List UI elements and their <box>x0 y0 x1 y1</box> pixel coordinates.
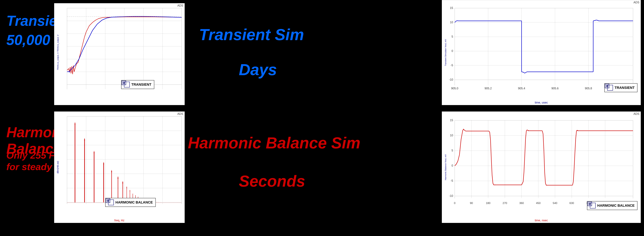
transient-icon-tl <box>124 82 130 88</box>
svg-line-75 <box>106 199 107 200</box>
svg-line-112 <box>608 87 609 88</box>
svg-text:15: 15 <box>450 119 453 122</box>
hb-button-label-rb: HARMONIC BALANCE <box>597 204 634 208</box>
svg-line-159 <box>590 205 591 206</box>
transient-sim-label: Transient Sim <box>199 26 304 44</box>
svg-text:905.4: 905.4 <box>518 87 525 90</box>
hb-sim-label: Harmonic Balance Sim <box>188 134 360 152</box>
svg-text:905.2: 905.2 <box>484 87 492 90</box>
svg-text:0: 0 <box>452 164 453 167</box>
hb-icon-bl <box>108 200 114 205</box>
svg-text:5: 5 <box>452 35 453 38</box>
svg-marker-48 <box>118 176 118 178</box>
svg-text:905.0: 905.0 <box>451 87 458 90</box>
hb-button-bl[interactable]: HARMONIC BALANCE <box>105 198 156 207</box>
svg-line-77 <box>106 202 107 202</box>
chart-hb-inner: ADS dBm(HB.sw) <box>54 112 184 223</box>
transient-svg <box>54 3 184 105</box>
hb-button-label-bl: HARMONIC BALANCE <box>116 200 153 204</box>
svg-text:270: 270 <box>502 202 507 205</box>
svg-text:0: 0 <box>454 202 455 205</box>
svg-text:450: 450 <box>536 202 540 205</box>
svg-line-76 <box>109 199 110 200</box>
svg-text:360: 360 <box>519 202 524 205</box>
svg-marker-46 <box>111 170 112 172</box>
chart-right-top-inner: ADS Transient Simulator Vout, mV 15 10 5… <box>442 0 641 105</box>
transient-button-label-rt: TRANSIENT <box>614 86 634 90</box>
svg-line-156 <box>588 202 589 203</box>
svg-text:90: 90 <box>470 202 473 205</box>
hb-button-rb[interactable]: HARMONIC BALANCE <box>587 201 638 210</box>
x-axis-label-rb: time, nsec <box>535 219 548 222</box>
chart-right-top: ADS Transient Simulator Vout, mV 15 10 5… <box>442 0 641 105</box>
transient-icon-rt <box>607 85 613 90</box>
transient-button-rt[interactable]: TRANSIENT <box>604 83 638 92</box>
svg-text:10: 10 <box>450 134 453 137</box>
svg-marker-42 <box>94 151 94 153</box>
transient-button-tl[interactable]: TRANSIENT <box>121 80 154 89</box>
days-label: Days <box>239 60 277 79</box>
svg-line-21 <box>122 84 123 84</box>
svg-text:15: 15 <box>450 6 453 10</box>
svg-text:540: 540 <box>553 202 557 205</box>
svg-text:905.6: 905.6 <box>551 87 558 90</box>
svg-text:630: 630 <box>570 202 574 205</box>
svg-line-22 <box>125 84 126 84</box>
svg-marker-50 <box>122 181 123 183</box>
chart-right-bottom: ADS Harmonic Balance Vout, mV 15 10 5 0 … <box>442 112 641 223</box>
chart-transient: ADS TRAN.cs_output, V TRAN.ls_output, V <box>54 3 185 105</box>
svg-text:-10: -10 <box>449 194 453 198</box>
svg-line-19 <box>122 81 123 82</box>
svg-line-111 <box>606 87 606 88</box>
hb-icon-rb <box>590 203 596 208</box>
chart-hb: ADS dBm(HB.sw) <box>54 112 185 223</box>
svg-marker-52 <box>126 186 127 188</box>
svg-marker-44 <box>103 162 104 164</box>
x-axis-label-rt: time, usec <box>535 101 548 104</box>
svg-text:-5: -5 <box>450 64 453 67</box>
svg-line-157 <box>590 202 591 203</box>
svg-marker-38 <box>74 122 76 124</box>
svg-line-109 <box>606 84 606 85</box>
x-axis-label-bl: freq, Hz <box>114 219 124 222</box>
transient-button-label-tl: TRANSIENT <box>131 82 152 87</box>
svg-marker-40 <box>84 138 85 140</box>
svg-line-78 <box>109 202 110 202</box>
svg-text:-5: -5 <box>450 179 453 182</box>
chart-right-bottom-inner: ADS Harmonic Balance Vout, mV 15 10 5 0 … <box>442 112 641 223</box>
svg-line-158 <box>588 205 589 206</box>
chart-transient-inner: ADS TRAN.cs_output, V TRAN.ls_output, V <box>54 3 184 105</box>
seconds-label: Seconds <box>239 172 305 190</box>
svg-text:0: 0 <box>452 49 453 52</box>
svg-text:905.8: 905.8 <box>585 87 592 90</box>
svg-text:-10: -10 <box>449 78 453 81</box>
svg-line-110 <box>608 84 609 85</box>
svg-text:180: 180 <box>486 202 490 205</box>
svg-marker-54 <box>130 190 130 191</box>
svg-line-20 <box>125 81 126 82</box>
svg-text:10: 10 <box>450 21 453 24</box>
svg-text:5: 5 <box>452 149 453 152</box>
